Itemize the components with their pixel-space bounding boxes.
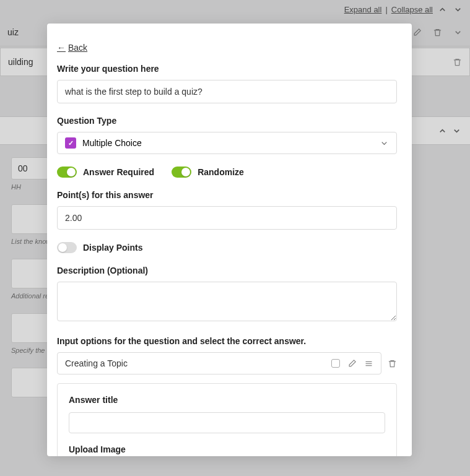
option-item: Creating a Topic bbox=[57, 352, 381, 374]
back-button[interactable]: ← Back bbox=[57, 43, 87, 53]
drag-handle-icon[interactable] bbox=[364, 359, 373, 368]
question-type-label: Question Type bbox=[57, 116, 397, 126]
option-delete-button[interactable] bbox=[388, 352, 397, 374]
question-label: Write your question here bbox=[57, 64, 397, 74]
option-text: Creating a Topic bbox=[65, 358, 128, 368]
description-textarea[interactable] bbox=[57, 282, 397, 321]
answer-title-input[interactable] bbox=[69, 412, 385, 433]
upload-image-label: Upload Image bbox=[69, 444, 385, 454]
multiple-choice-icon: ✓ bbox=[65, 137, 76, 149]
option-correct-checkbox[interactable] bbox=[331, 359, 340, 368]
points-input[interactable] bbox=[57, 206, 397, 230]
edit-icon[interactable] bbox=[347, 359, 357, 368]
back-label: Back bbox=[68, 43, 87, 53]
arrow-left-icon: ← bbox=[57, 43, 66, 53]
question-type-select[interactable]: ✓ Multiple Choice bbox=[57, 132, 397, 154]
answer-required-label: Answer Required bbox=[83, 167, 154, 177]
question-input[interactable] bbox=[57, 80, 397, 103]
question-type-value: Multiple Choice bbox=[82, 138, 142, 148]
randomize-label: Randomize bbox=[198, 167, 244, 177]
description-label: Description (Optional) bbox=[57, 266, 397, 275]
display-points-toggle[interactable] bbox=[57, 242, 77, 253]
options-heading: Input options for the question and selec… bbox=[57, 336, 397, 346]
randomize-toggle[interactable] bbox=[172, 167, 191, 178]
answer-title-label: Answer title bbox=[69, 395, 385, 405]
answer-required-toggle[interactable] bbox=[57, 167, 77, 178]
display-points-label: Display Points bbox=[83, 243, 142, 253]
question-editor-modal: ← Back Write your question here Question… bbox=[47, 24, 412, 456]
answer-detail-panel: Answer title Upload Image bbox=[57, 383, 397, 456]
chevron-down-icon bbox=[380, 139, 389, 148]
points-label: Point(s) for this answer bbox=[57, 190, 397, 200]
